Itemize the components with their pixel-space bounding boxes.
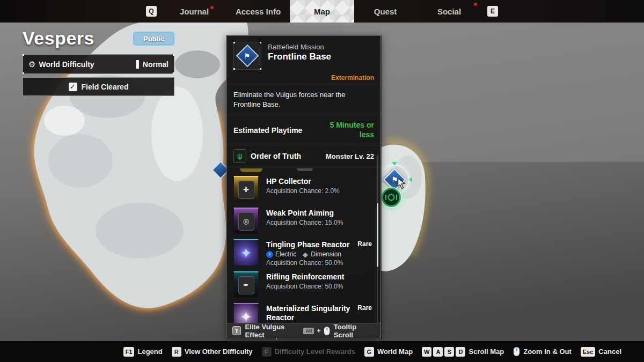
game-map-screen: ⚑ Q Journal Access Info Map Quest Social… xyxy=(0,0,644,362)
notification-dot xyxy=(210,6,214,9)
hint-label: View Other Difficulty xyxy=(185,348,253,356)
checkmark-icon: ✓ xyxy=(69,83,77,91)
mouse-scroll-icon xyxy=(324,326,330,336)
tab-map[interactable]: Map xyxy=(290,0,354,23)
attribute-dimension: ◆Dimension xyxy=(302,250,341,258)
mouse-cursor-icon xyxy=(396,178,407,189)
hint-keys: F1 xyxy=(123,347,135,357)
hint-keys: R xyxy=(172,347,181,357)
key-badge-w: W xyxy=(422,347,431,357)
reward-name: HP Collector xyxy=(266,177,340,186)
reward-acquisition-chance: Acquisition Chance: 2.0% xyxy=(266,187,340,195)
mission-header: ⚑ Battlefield Mission Frontline Base xyxy=(227,36,380,74)
tab-access-info[interactable]: Access Info xyxy=(230,0,286,23)
reward-name: Tingling Phase Reactor xyxy=(266,240,349,249)
hint-scroll-map: WASD Scroll Map xyxy=(422,347,504,357)
key-badge-a: A xyxy=(433,347,443,357)
reward-name: Weak Point Aiming xyxy=(266,209,343,218)
faction-emblem-icon: ψ xyxy=(233,149,246,163)
reward-glyph-icon: ✦ xyxy=(240,246,252,260)
reward-item-icon: ✦ xyxy=(233,239,259,266)
playtime-value: 5 Minutes or less xyxy=(314,121,374,139)
notification-dot xyxy=(474,3,477,6)
hint-keys: Esc xyxy=(581,347,596,357)
next-tab-key-badge: E xyxy=(487,6,498,17)
key-badge-f: F xyxy=(262,347,272,357)
tooltip-scrollbar-thumb[interactable] xyxy=(377,203,378,267)
waypoint-portal-icon[interactable] xyxy=(382,188,401,207)
hint-world-map: G World Map xyxy=(364,347,413,357)
mission-title: Frontline Base xyxy=(268,51,374,62)
clipped-reward-icon xyxy=(240,168,262,172)
reward-glyph-icon: ✦ xyxy=(240,310,252,324)
reward-item-icon: ✒ xyxy=(233,271,259,298)
mission-type-label: Battlefield Mission xyxy=(268,43,374,51)
clipped-reward-icon xyxy=(297,168,313,171)
hint-keys: F xyxy=(262,347,272,357)
hint-label: Zoom In & Out xyxy=(523,348,572,356)
hint-legend: F1 Legend xyxy=(123,347,163,357)
rewards-list[interactable]: ✚ HP Collector Acquisition Chance: 2.0% … xyxy=(227,167,380,339)
world-difficulty-bar[interactable]: ⚙ World Difficulty Normal xyxy=(23,54,174,74)
monster-level: Monster Lv. 22 xyxy=(326,152,374,160)
field-cleared-label: Field Cleared xyxy=(82,83,129,91)
reward-rarity-label: Rare xyxy=(357,240,372,248)
key-badge-g: G xyxy=(364,347,374,357)
mission-description: Eliminate the Vulgus forces near the Fro… xyxy=(227,85,380,115)
selection-arrow-icon xyxy=(392,162,397,166)
tooltip-footer: T Elite Vulgus Effect Alt + Tooltip Scro… xyxy=(227,323,380,338)
hint-keys xyxy=(513,346,520,357)
mission-category-label: Extermination xyxy=(227,74,380,85)
elite-effect-key-badge: T xyxy=(232,326,241,335)
dimension-icon: ◆ xyxy=(302,251,309,258)
hint-view-other-difficulty: R View Other Difficulty xyxy=(172,347,253,357)
reward-row: ◎ Weak Point Aiming Acquisition Chance: … xyxy=(233,205,372,237)
mouse-icon xyxy=(513,346,520,357)
field-cleared-bar: ✓ Field Cleared xyxy=(23,77,174,96)
portal-ring-detail xyxy=(396,195,397,200)
key-badge-f1: F1 xyxy=(123,347,135,357)
elite-effect-label: Elite Vulgus Effect xyxy=(245,323,303,339)
mission-flag-icon: ⚑ xyxy=(236,45,259,67)
alt-key-badge: Alt xyxy=(303,328,314,334)
hint-keys: WASD xyxy=(422,347,465,357)
reward-acquisition-chance: Acquisition Chance: 50.0% xyxy=(266,283,344,290)
reward-glyph-icon: ✒ xyxy=(243,282,249,289)
tab-quest[interactable]: Quest xyxy=(369,0,402,23)
hint-cancel: Esc Cancel xyxy=(581,347,621,357)
hint-label: World Map xyxy=(377,348,413,356)
hint-zoom-in-out: Zoom In & Out xyxy=(513,346,572,357)
prev-tab-key-badge: Q xyxy=(146,6,157,17)
key-badge-d: D xyxy=(456,347,465,357)
faction-name: Order of Truth xyxy=(251,152,301,160)
hint-label: Difficulty Level Rewards xyxy=(275,348,355,356)
tab-journal[interactable]: Journal xyxy=(174,0,214,23)
hint-label: Cancel xyxy=(598,348,621,356)
portal-ring-detail xyxy=(388,194,395,201)
electric-icon: ⚡ xyxy=(266,251,273,258)
reward-glyph-icon: ◎ xyxy=(243,218,249,225)
world-difficulty-value: Normal xyxy=(143,60,169,69)
key-badge-r: R xyxy=(172,347,181,357)
hint-keys: G xyxy=(364,347,374,357)
hint-label: Legend xyxy=(137,348,162,356)
selection-arrow-icon xyxy=(408,177,412,182)
reward-acquisition-chance: Acquisition Chance: 15.0% xyxy=(266,219,343,226)
mission-tooltip-panel: ⚑ Battlefield Mission Frontline Base Ext… xyxy=(226,35,381,338)
world-difficulty-label: World Difficulty xyxy=(39,60,94,69)
reward-row: ✒ Rifling Reinforcement Acquisition Chan… xyxy=(233,269,372,301)
reward-acquisition-chance: Acquisition Chance: 50.0% xyxy=(266,259,349,267)
tooltip-scroll-label: Tooltip Scroll xyxy=(334,323,375,339)
faction-row: ψ Order of Truth Monster Lv. 22 xyxy=(227,145,380,167)
key-badge-s: S xyxy=(444,347,454,357)
playtime-row: Estimated Playtime 5 Minutes or less xyxy=(227,115,380,145)
reward-row: ✚ HP Collector Acquisition Chance: 2.0% xyxy=(233,174,372,205)
reward-glyph-icon: ✚ xyxy=(243,186,249,193)
reward-row: ✦ Tingling Phase Reactor ⚡Electric◆Dimen… xyxy=(233,237,372,269)
reward-item-icon: ✚ xyxy=(233,176,259,203)
tab-social[interactable]: Social xyxy=(432,0,466,23)
reward-name: Materialized Singularity Reactor xyxy=(266,304,372,322)
key-badge-esc: Esc xyxy=(581,347,596,357)
matchmaking-visibility-badge[interactable]: Public xyxy=(133,32,174,46)
top-nav-bar: Q Journal Access Info Map Quest Social E xyxy=(0,0,644,23)
